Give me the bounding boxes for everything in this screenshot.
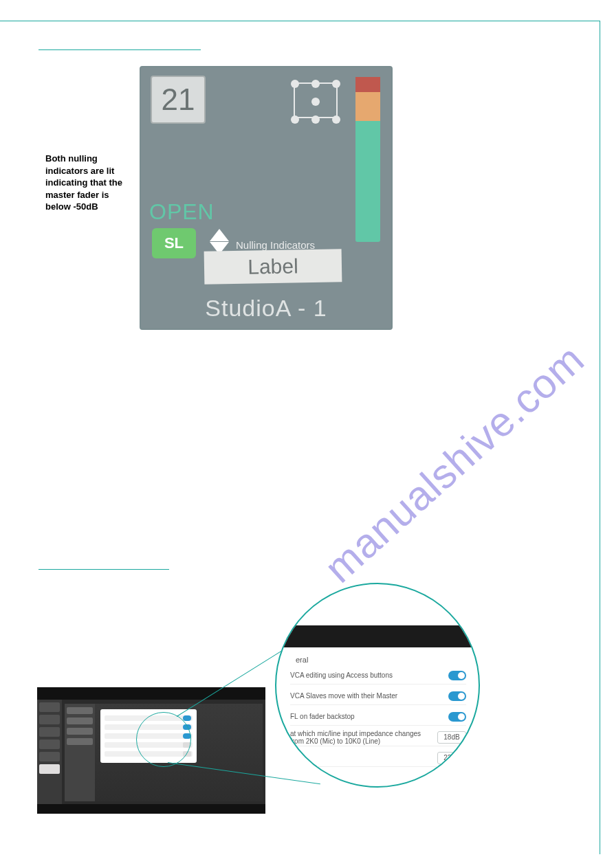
setting-label: VCA editing using Access buttons xyxy=(290,671,393,679)
settings-callout: eral VCA editing using Access buttons VC… xyxy=(275,583,480,788)
settings-screenshot xyxy=(37,687,265,814)
channel-label: Label xyxy=(204,249,342,284)
gate-status: OPEN xyxy=(149,199,215,225)
callout-source-circle xyxy=(136,712,191,767)
toggle-switch[interactable] xyxy=(448,671,466,680)
toggle-switch[interactable] xyxy=(448,691,466,701)
level-meter-icon xyxy=(355,77,380,242)
value-box[interactable]: 18dB xyxy=(437,731,466,744)
setting-label: at which mic/line input impedance change… xyxy=(290,730,432,745)
setting-label: FL on fader backstop xyxy=(290,713,355,720)
channel-number: 21 xyxy=(151,76,206,124)
setting-label: VCA Slaves move with their Master xyxy=(290,692,397,700)
sl-badge: SL xyxy=(152,228,196,258)
left-nav xyxy=(37,700,62,804)
figure-caption: Both nulling indicators are lit indicati… xyxy=(45,153,128,213)
channel-tile-figure: 21 OPEN SL Nulling Indicators Label Stud… xyxy=(140,66,393,330)
path-dots-icon xyxy=(291,80,340,122)
section-rule-top xyxy=(39,49,201,50)
section-heading: eral xyxy=(296,656,308,664)
section-rule-mid xyxy=(39,569,169,570)
toggle-switch[interactable] xyxy=(448,712,466,722)
channel-source: StudioA - 1 xyxy=(141,295,391,322)
